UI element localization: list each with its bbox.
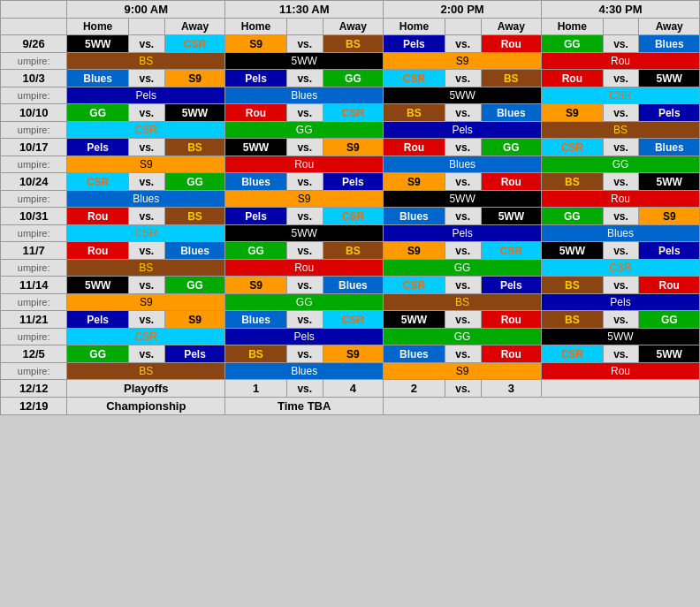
game-row-12/5: 12/5GGvs.PelsBSvs.S9Bluesvs.RouCSRvs.5WW xyxy=(1,345,700,363)
umpire-2-0: CSR xyxy=(67,122,225,139)
vs-4-2: vs. xyxy=(445,173,481,191)
date-10/3: 10/3 xyxy=(1,70,67,87)
home-label-1: Home xyxy=(67,19,129,35)
game-row-10/24: 10/24CSRvs.GGBluesvs.PelsS9vs.RouBSvs.5W… xyxy=(1,173,700,191)
away-team-6-1: BS xyxy=(323,242,383,260)
umpire-4-3: Rou xyxy=(542,191,700,208)
umpire-label-9: umpire: xyxy=(1,363,67,380)
game-row-10/10: 10/10GGvs.5WWRouvs.CSRBSvs.BluesS9vs.Pel… xyxy=(1,104,700,122)
away-team-7-0: GG xyxy=(164,277,224,294)
vs-0-1: vs. xyxy=(286,35,323,53)
away-label-3: Away xyxy=(481,19,541,35)
away-team-4-0: GG xyxy=(164,173,224,191)
playoff-game2-home: 2 xyxy=(384,380,445,398)
time-slot-2: 11:30 AM xyxy=(225,1,384,19)
home-team-8-2: 5WW xyxy=(384,311,445,329)
away-team-9-1: S9 xyxy=(323,345,383,363)
umpire-9-0: BS xyxy=(67,363,225,380)
umpire-6-1: Rou xyxy=(225,260,384,277)
vs-label-1 xyxy=(128,19,164,35)
home-team-3-2: Rou xyxy=(384,139,445,156)
home-team-0-3: GG xyxy=(542,35,604,53)
umpire-7-2: BS xyxy=(384,294,542,311)
umpire-0-3: Rou xyxy=(542,53,700,70)
umpire-7-0: S9 xyxy=(67,294,225,311)
away-team-3-3: Blues xyxy=(639,139,700,156)
vs-3-0: vs. xyxy=(128,139,164,156)
umpire-7-3: Pels xyxy=(542,294,700,311)
away-team-3-1: S9 xyxy=(323,139,383,156)
away-team-2-3: Pels xyxy=(639,104,700,122)
home-label-4: Home xyxy=(542,19,604,35)
away-team-3-0: BS xyxy=(164,139,224,156)
away-team-4-1: Pels xyxy=(323,173,383,191)
championship-time: Time TBA xyxy=(225,398,384,415)
home-team-0-0: 5WW xyxy=(67,35,129,53)
umpire-row-12/5: umpire:BSBluesS9Rou xyxy=(1,363,700,380)
home-team-8-3: BS xyxy=(542,311,604,329)
umpire-row-9/26: umpire:BS5WWS9Rou xyxy=(1,53,700,70)
umpire-9-2: S9 xyxy=(384,363,542,380)
away-team-4-3: 5WW xyxy=(639,173,700,191)
umpire-row-11/14: umpire:S9GGBSPels xyxy=(1,294,700,311)
schedule-table: 9:00 AM 11:30 AM 2:00 PM 4:30 PM Home Aw… xyxy=(0,0,700,415)
vs-2-3: vs. xyxy=(603,104,639,122)
away-team-4-2: Rou xyxy=(481,173,541,191)
vs-8-1: vs. xyxy=(286,311,323,329)
home-team-6-3: 5WW xyxy=(542,242,604,260)
umpire-label-1: umpire: xyxy=(1,87,67,104)
home-team-7-2: CSR xyxy=(384,277,445,294)
umpire-7-1: GG xyxy=(225,294,384,311)
championship-date: 12/19 xyxy=(1,398,67,415)
umpire-5-3: Blues xyxy=(542,225,700,242)
vs-7-1: vs. xyxy=(286,277,323,294)
championship-row: 12/19ChampionshipTime TBA xyxy=(1,398,700,415)
umpire-0-1: 5WW xyxy=(225,53,384,70)
vs-2-1: vs. xyxy=(286,104,323,122)
umpire-2-1: GG xyxy=(225,122,384,139)
umpire-row-10/17: umpire:S9RouBluesGG xyxy=(1,156,700,173)
umpire-label-3: umpire: xyxy=(1,156,67,173)
umpire-5-0: CSR xyxy=(67,225,225,242)
game-row-11/14: 11/145WWvs.GGS9vs.BluesCSRvs.PelsBSvs.Ro… xyxy=(1,277,700,294)
date-11/14: 11/14 xyxy=(1,277,67,294)
umpire-2-2: Pels xyxy=(384,122,542,139)
home-team-2-1: Rou xyxy=(225,104,287,122)
away-team-5-1: CSR xyxy=(323,208,383,225)
away-team-1-0: S9 xyxy=(164,70,224,87)
away-team-2-2: Blues xyxy=(481,104,541,122)
umpire-label-4: umpire: xyxy=(1,191,67,208)
date-9/26: 9/26 xyxy=(1,35,67,53)
away-team-7-1: Blues xyxy=(323,277,383,294)
away-team-1-3: 5WW xyxy=(639,70,700,87)
away-team-2-1: CSR xyxy=(323,104,383,122)
umpire-1-2: 5WW xyxy=(384,87,542,104)
home-team-4-3: BS xyxy=(542,173,604,191)
date-header xyxy=(1,19,67,35)
playoff-game1-vs: vs. xyxy=(286,380,323,398)
vs-0-2: vs. xyxy=(445,35,481,53)
playoff-game1-home: 1 xyxy=(225,380,287,398)
game-row-11/7: 11/7Rouvs.BluesGGvs.BSS9vs.CSR5WWvs.Pels xyxy=(1,242,700,260)
umpire-6-0: BS xyxy=(67,260,225,277)
umpire-row-11/7: umpire:BSRouGGCSR xyxy=(1,260,700,277)
home-team-7-1: S9 xyxy=(225,277,287,294)
game-row-10/17: 10/17Pelsvs.BS5WWvs.S9Rouvs.GGCSRvs.Blue… xyxy=(1,139,700,156)
vs-4-0: vs. xyxy=(128,173,164,191)
home-team-5-3: GG xyxy=(542,208,604,225)
away-team-6-0: Blues xyxy=(164,242,224,260)
vs-3-2: vs. xyxy=(445,139,481,156)
vs-5-1: vs. xyxy=(286,208,323,225)
time-slot-3: 2:00 PM xyxy=(384,1,542,19)
home-team-6-1: GG xyxy=(225,242,287,260)
vs-label-3 xyxy=(445,19,481,35)
playoff-row: 12/12Playoffs1vs.42vs.3 xyxy=(1,380,700,398)
umpire-8-1: Pels xyxy=(225,329,384,345)
umpire-row-10/31: umpire:CSR5WWPelsBlues xyxy=(1,225,700,242)
vs-2-0: vs. xyxy=(128,104,164,122)
vs-label-4 xyxy=(603,19,639,35)
away-team-0-3: Blues xyxy=(639,35,700,53)
umpire-6-3: CSR xyxy=(542,260,700,277)
away-team-1-2: BS xyxy=(481,70,541,87)
umpire-8-0: CSR xyxy=(67,329,225,345)
